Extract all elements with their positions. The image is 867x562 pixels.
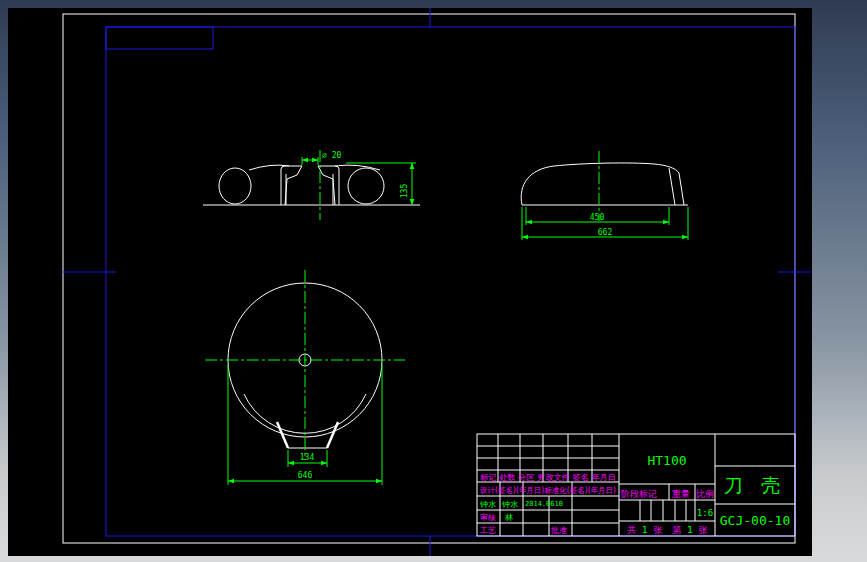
weight-label: 重量 [672, 489, 690, 499]
review-name: 林 [505, 513, 513, 522]
front-dim-height: 135 [346, 163, 416, 205]
front-hub [281, 166, 339, 205]
title-block-left-grid [477, 434, 619, 536]
drawing-border [106, 27, 795, 536]
side-view: 450 662 [521, 151, 688, 240]
title-block: 标记 处数 分区 更改文件 签名 年月日 设计(签名)(年月日)标准化(签名)(… [477, 434, 795, 536]
part-name: 刀 壳 [724, 474, 786, 496]
side-dim-outer: 662 [522, 207, 688, 240]
front-left-lobe [219, 168, 251, 204]
front-right-lobe [348, 168, 384, 204]
sheet-unit2: 张 [699, 525, 708, 535]
sheet-index-label: 第 [672, 525, 681, 535]
bottom-dim-outer-text: 646 [298, 471, 313, 480]
scale-label: 比例 [696, 489, 714, 499]
design-header-row: 设计(签名)(年月日)标准化(签名)(年月日) [480, 486, 616, 495]
review-label: 审核 [480, 513, 496, 522]
drawing-canvas[interactable]: ⌀ 20 135 450 662 [8, 8, 812, 556]
signature-name-1: 钟水 [479, 500, 496, 509]
material-value: HT100 [647, 453, 686, 468]
drawing-number: GCJ-00-10 [720, 513, 790, 528]
sheet-total-value: 1 [642, 525, 648, 535]
stage-label: 阶段标记 [621, 489, 657, 499]
bottom-dim-inner: 134 [288, 450, 327, 467]
side-dim-inner: 450 [526, 207, 669, 225]
centering-marks [63, 8, 811, 556]
sheet-index-value: 1 [687, 525, 693, 535]
front-dim-height-text: 135 [400, 184, 409, 199]
sheet-info: 共 1 张 第 1 张 [627, 525, 708, 535]
signature-date: 2014.0610 [525, 500, 563, 508]
bottom-dim-inner-text: 134 [300, 453, 315, 462]
front-dim-diameter-text: ⌀ 20 [322, 151, 341, 160]
approve-label: 批准 [551, 526, 567, 535]
sheet-unit1: 张 [653, 525, 662, 535]
front-dim-diameter: ⌀ 20 [302, 151, 341, 165]
side-outline [521, 163, 684, 205]
sheet-total-label: 共 [627, 525, 636, 535]
drawing-sheet: ⌀ 20 135 450 662 [8, 8, 812, 556]
side-lip-line [669, 168, 675, 205]
side-dim-outer-text: 662 [598, 228, 613, 237]
process-label: 工艺 [480, 526, 496, 535]
revision-header-row: 标记 处数 分区 更改文件 签名 年月日 [480, 473, 616, 482]
signature-name-2: 钟水 [501, 500, 518, 509]
bottom-view: 134 646 [205, 270, 405, 485]
side-dim-inner-text: 450 [590, 213, 605, 222]
scale-value: 1:6 [697, 508, 713, 518]
border-corner-box [106, 27, 213, 49]
front-view: ⌀ 20 135 [203, 150, 420, 220]
